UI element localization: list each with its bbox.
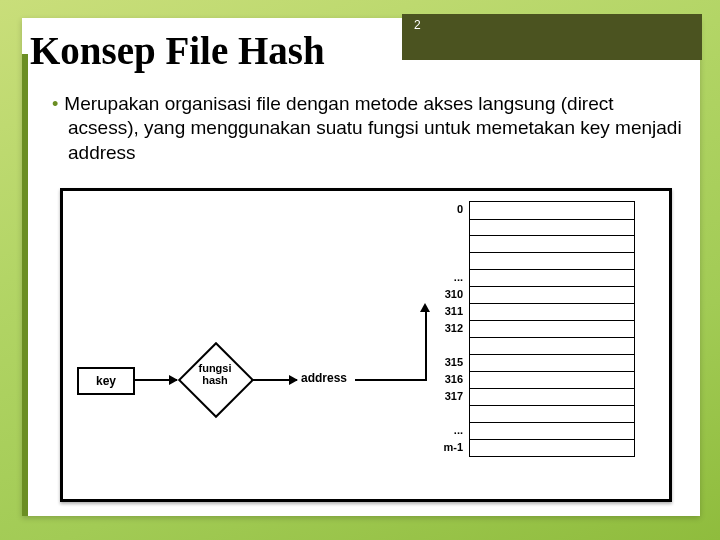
row-label: 311	[411, 303, 469, 320]
row-cell	[469, 286, 635, 304]
row-label: 310	[411, 286, 469, 303]
table-row: 315	[411, 354, 635, 371]
hash-function-node: fungsi hash	[179, 343, 251, 415]
slide-body: Merupakan organisasi file dengan metode …	[50, 92, 686, 165]
row-label: 316	[411, 371, 469, 388]
row-label	[411, 218, 469, 235]
row-cell	[469, 439, 635, 457]
row-cell	[469, 371, 635, 389]
row-cell	[469, 337, 635, 355]
row-cell	[469, 405, 635, 423]
slide-number-box: 2	[402, 14, 702, 60]
row-label: 312	[411, 320, 469, 337]
row-cell	[469, 354, 635, 372]
slide-panel: 2 Konsep File Hash Merupakan organisasi …	[22, 18, 700, 516]
row-cell	[469, 252, 635, 270]
table-row: ...	[411, 269, 635, 286]
table-row: m-1	[411, 439, 635, 456]
slide: 2 Konsep File Hash Merupakan organisasi …	[0, 0, 720, 540]
table-row	[411, 252, 635, 269]
row-label: 0	[411, 201, 469, 218]
table-row: 312	[411, 320, 635, 337]
table-row: 311	[411, 303, 635, 320]
table-row: 310	[411, 286, 635, 303]
table-row	[411, 405, 635, 422]
row-label	[411, 405, 469, 422]
table-row	[411, 218, 635, 235]
address-table: 0...310311312315316317...m-1	[411, 201, 635, 456]
row-cell	[469, 320, 635, 338]
address-label: address	[301, 371, 347, 385]
arrow-icon	[133, 379, 177, 381]
row-cell	[469, 422, 635, 440]
row-label	[411, 337, 469, 354]
row-label: 317	[411, 388, 469, 405]
row-label: ...	[411, 269, 469, 286]
table-row: ...	[411, 422, 635, 439]
row-label	[411, 252, 469, 269]
bullet-item: Merupakan organisasi file dengan metode …	[68, 92, 686, 165]
row-label: m-1	[411, 439, 469, 456]
table-row: 316	[411, 371, 635, 388]
slide-title: Konsep File Hash	[30, 28, 325, 73]
row-label	[411, 235, 469, 252]
hash-diagram: key fungsi hash address 0...310311312315…	[60, 188, 672, 502]
row-label: 315	[411, 354, 469, 371]
table-row	[411, 337, 635, 354]
arrow-icon	[251, 379, 297, 381]
slide-number: 2	[414, 18, 421, 32]
table-row: 0	[411, 201, 635, 218]
row-cell	[469, 388, 635, 406]
row-label: ...	[411, 422, 469, 439]
table-row	[411, 235, 635, 252]
key-box: key	[77, 367, 135, 395]
row-cell	[469, 218, 635, 236]
hash-function-label: fungsi hash	[179, 363, 251, 386]
table-row: 317	[411, 388, 635, 405]
row-cell	[469, 269, 635, 287]
row-cell	[469, 235, 635, 253]
row-cell	[469, 303, 635, 321]
